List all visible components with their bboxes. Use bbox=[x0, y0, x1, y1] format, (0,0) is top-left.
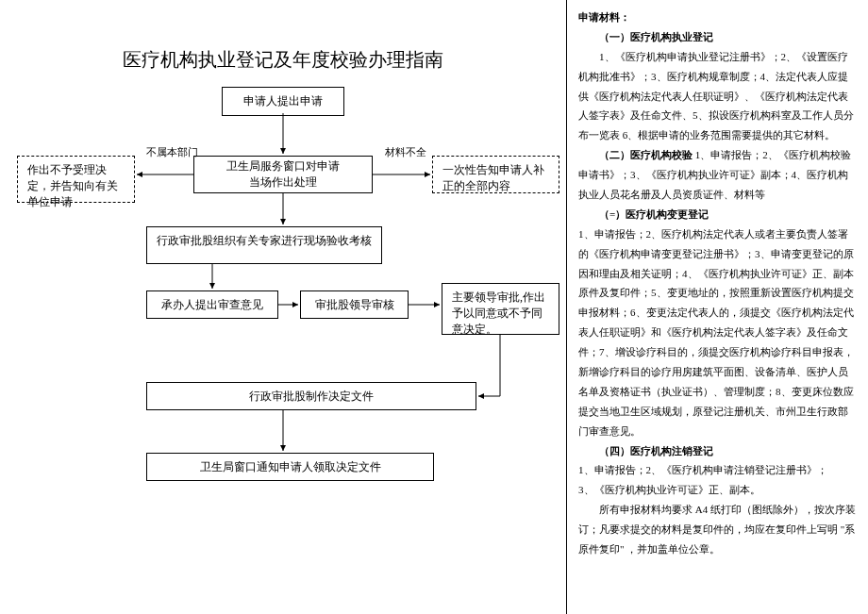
materials-panel: 申请材料： （一）医疗机构执业登记 1、《医疗机构申请执业登记注册书》；2、《设… bbox=[566, 0, 868, 614]
section4-body2: 3、《医疗机构执业许可证》正、副本。 bbox=[578, 480, 857, 500]
box-window: 卫生局服务窗口对申请 当场作出处理 bbox=[193, 156, 373, 193]
box-reject: 作出不予受理决定，并告知向有关单位申请 bbox=[17, 156, 135, 203]
box-decision: 行政审批股制作决定文件 bbox=[146, 382, 476, 410]
box-supplement: 一次性告知申请人补正的全部内容 bbox=[432, 156, 559, 193]
section3-body: 1、申请报告；2、医疗机构法定代表人或者主要负责人签署的《医疗机构申请变更登记注… bbox=[578, 224, 857, 441]
box-opinion: 承办人提出审查意见 bbox=[146, 290, 278, 319]
section3-title: （=）医疗机构变更登记 bbox=[578, 205, 857, 224]
page-title: 医疗机构执业登记及年度校验办理指南 bbox=[9, 47, 557, 73]
box-leader-approve: 主要领导审批,作出予以同意或不予同意决定。 bbox=[442, 283, 559, 335]
section2: （二）医疗机构校验 1、申请报告；2、《医疗机构校验申请书》；3、《医疗机构执业… bbox=[578, 145, 857, 205]
flowchart-panel: 医疗机构执业登记及年度校验办理指南 申请人提出申请 作出不予受理决定，并告知向有… bbox=[0, 0, 566, 614]
section1-title: （一）医疗机构执业登记 bbox=[578, 27, 857, 47]
section4-body1: 1、申请报告；2、《医疗机构申请注销登记注册书》； bbox=[578, 460, 857, 480]
box-expert: 行政审批股组织有关专家进行现场验收考核 bbox=[146, 226, 382, 264]
section4-title: （四）医疗机构注销登记 bbox=[578, 441, 857, 461]
box-apply: 申请人提出申请 bbox=[222, 87, 344, 116]
box-notify: 卫生局窗口通知申请人领取决定文件 bbox=[146, 453, 434, 481]
section1-body: 1、《医疗机构申请执业登记注册书》；2、《设置医疗机构批准书》；3、医疗机构规章… bbox=[578, 47, 857, 145]
section2-title: （二）医疗机构校验 bbox=[599, 149, 693, 160]
label-incomplete: 材料不全 bbox=[385, 145, 426, 159]
box-leader-review: 审批股领导审核 bbox=[300, 290, 409, 319]
materials-header: 申请材料： bbox=[578, 8, 857, 27]
materials-footer: 所有申报材料均要求 A4 纸打印（图纸除外），按次序装订；凡要求提交的材料是复印… bbox=[578, 500, 857, 559]
label-not-dept: 不属本部门 bbox=[146, 145, 198, 159]
